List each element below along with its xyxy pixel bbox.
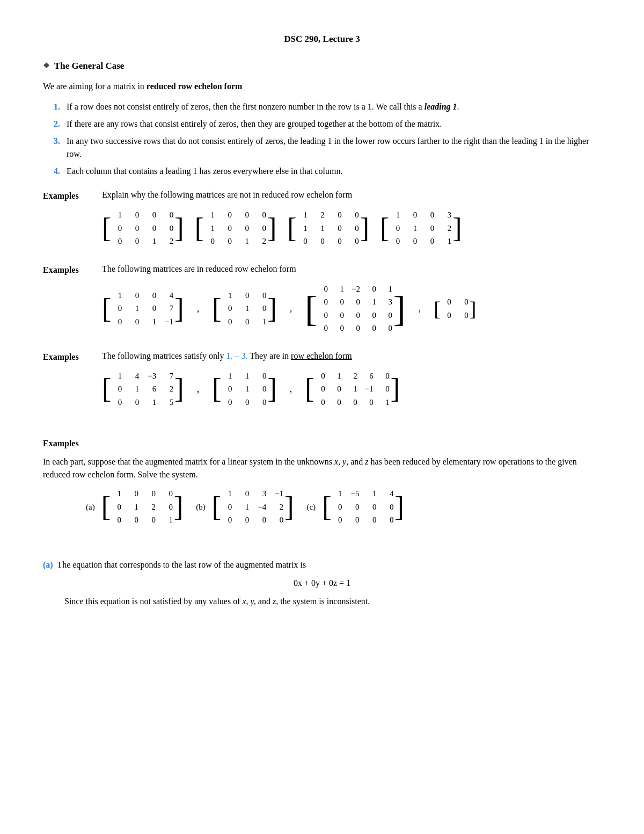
section-heading: ❖ The General Case	[43, 59, 601, 73]
ex3-matrix-1: [ 14−37 0162 0015 ]	[102, 370, 184, 409]
examples-4-header: Examples	[43, 436, 601, 450]
part-a-heading: (a) The equation that corresponds to the…	[43, 559, 601, 571]
examples-4-text: In each part, suppose that the augmented…	[43, 455, 601, 481]
matrix-4: [ 1003 0102 0001 ]	[380, 209, 462, 248]
part-a-conclusion: Since this equation is not satisfied by …	[64, 595, 601, 608]
examples-3-block: Examples The following matrices satisfy …	[43, 350, 601, 409]
examples-3-desc: The following matrices satisfy only 1. –…	[102, 350, 601, 362]
examples-3-matrices: [ 14−37 0162 0015 ] , [ 110 010 000 ] , …	[102, 370, 601, 409]
ex2-matrix-2: [ 100 010 001 ]	[212, 289, 277, 328]
examples-2-block: Examples The following matrices are in r…	[43, 263, 601, 335]
rule-1: 1. If a row does not consist entirely of…	[54, 100, 601, 113]
ex2-matrix-3: [ 01−201 00013 00000 00000 ]	[305, 283, 405, 335]
heading-text: The General Case	[54, 59, 124, 73]
aug-matrix-a: [ 1000 0120 0001 ]	[101, 488, 184, 526]
page-title: DSC 290, Lecture 3	[43, 32, 601, 46]
part-c-label: (c)	[306, 501, 316, 513]
rule-3: 3. In any two successive rows that do no…	[54, 135, 601, 161]
examples-4-block: Examples In each part, suppose that the …	[43, 436, 601, 526]
ex2-matrix-1: [ 1004 0107 001−1 ]	[102, 289, 184, 328]
part-a-equation: 0x + 0y + 0z = 1	[43, 577, 601, 590]
matrix-3: [ 1200 1100 0000 ]	[287, 209, 369, 248]
examples-1-block: Examples Explain why the following matri…	[43, 188, 601, 248]
diamond-icon: ❖	[43, 60, 50, 71]
rule-4: 4. Each column that contains a leading 1…	[54, 165, 601, 178]
part-a-solution: (a) The equation that corresponds to the…	[43, 559, 601, 608]
examples-1-header: Examples Explain why the following matri…	[43, 188, 601, 202]
examples-2-desc: The following matrices are in reduced ro…	[102, 263, 601, 275]
examples-1-label: Examples	[43, 188, 102, 202]
augmented-matrices-row: (a) [ 1000 0120 0001 ] (b) [ 103−1 01−42…	[86, 488, 601, 526]
rules-list: 1. If a row does not consist entirely of…	[54, 100, 601, 178]
examples-2-matrices: [ 1004 0107 001−1 ] , [ 100 010 001 ] , …	[102, 283, 601, 335]
ex3-matrix-3: [ 01260 001−10 00001 ]	[305, 370, 400, 409]
examples-2-label: Examples	[43, 263, 102, 277]
matrix-2: [ 1000 1000 0012 ]	[195, 209, 277, 248]
examples-1-desc: Explain why the following matrices are n…	[102, 188, 601, 201]
examples-3-header: Examples The following matrices satisfy …	[43, 350, 601, 364]
aug-matrix-b: [ 103−1 01−42 0000 ]	[212, 488, 294, 526]
examples-1-matrices: [ 1000 0000 0012 ] [ 1000 1000 0012 ] [ …	[102, 209, 601, 248]
examples-4-label: Examples	[43, 436, 102, 450]
examples-3-label: Examples	[43, 350, 102, 364]
rule-2: 2. If there are any rows that consist en…	[54, 118, 601, 130]
part-a-label: (a)	[86, 501, 95, 513]
intro-text: We are aiming for a matrix in reduced ro…	[43, 80, 601, 93]
ex3-matrix-2: [ 110 010 000 ]	[212, 370, 277, 409]
part-b-label: (b)	[196, 501, 206, 513]
examples-2-header: Examples The following matrices are in r…	[43, 263, 601, 277]
aug-matrix-c: [ 1−514 0000 0000 ]	[322, 488, 404, 526]
matrix-1: [ 1000 0000 0012 ]	[102, 209, 184, 248]
ex2-matrix-4: [ 00 00 ]	[434, 296, 476, 321]
